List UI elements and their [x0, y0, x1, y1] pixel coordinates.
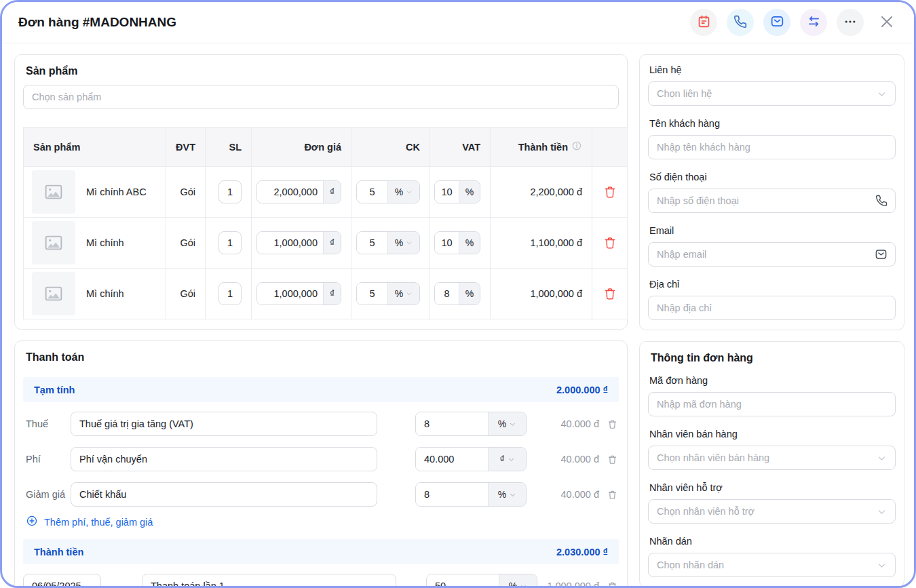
- chevron-down-icon: [508, 456, 515, 463]
- col-unit: ĐVT: [166, 128, 206, 167]
- grand-total-row: Thành tiền 2.030.000 ₫: [23, 539, 619, 564]
- price-unit: ₫: [323, 181, 341, 203]
- discount-name-input[interactable]: [71, 482, 377, 507]
- col-discount: CK: [351, 128, 430, 167]
- qty-input[interactable]: [218, 180, 242, 203]
- installment-date-input[interactable]: [23, 574, 101, 586]
- order-code-label: Mã đơn hàng: [649, 375, 896, 387]
- qty-input[interactable]: [218, 231, 242, 254]
- discount-value-input[interactable]: [416, 483, 488, 506]
- discount-input[interactable]: [357, 283, 387, 305]
- grand-total-value: 2.030.000 ₫: [556, 547, 608, 557]
- col-product: Sản phẩm: [24, 128, 166, 167]
- more-button[interactable]: [837, 9, 864, 36]
- customer-name-label: Tên khách hàng: [649, 118, 896, 130]
- qty-input[interactable]: [218, 282, 242, 305]
- trash-icon: [603, 191, 617, 201]
- email-label: Email: [649, 225, 896, 237]
- tag-select[interactable]: Chọn nhãn dán: [648, 553, 896, 577]
- phone-input[interactable]: [648, 189, 896, 213]
- vat-input[interactable]: [435, 232, 459, 254]
- email-input[interactable]: [648, 242, 896, 267]
- product-search-input[interactable]: [23, 85, 619, 109]
- price-input[interactable]: [257, 181, 323, 203]
- discount-unit-select[interactable]: %: [488, 483, 526, 506]
- close-button[interactable]: [873, 9, 900, 36]
- tax-value-input[interactable]: [416, 412, 488, 435]
- note-icon: [697, 14, 711, 31]
- chevron-down-icon: [520, 583, 527, 587]
- tax-amount: 40.000 đ: [527, 418, 606, 429]
- discount-unit-select[interactable]: %: [387, 181, 419, 203]
- fee-amount: 40.000 đ: [527, 454, 606, 465]
- order-info-card: Thông tin đơn hàng Mã đơn hàng Nhân viên…: [639, 341, 904, 586]
- chevron-down-icon: [877, 453, 887, 463]
- tax-name-input[interactable]: [71, 412, 377, 436]
- order-code-input[interactable]: [648, 392, 896, 416]
- price-unit: ₫: [323, 232, 341, 254]
- delete-row-button[interactable]: [602, 286, 618, 302]
- support-staff-select[interactable]: Chọn nhân viên hỗ trợ: [648, 499, 896, 524]
- discount-input-group: %: [356, 282, 420, 305]
- product-name: Mì chính: [86, 287, 124, 300]
- discount-amount: 40.000 đ: [527, 489, 606, 500]
- trash-icon: [607, 492, 617, 502]
- tax-unit-select[interactable]: %: [488, 412, 526, 435]
- info-icon: [571, 140, 582, 153]
- price-input-group: ₫: [256, 282, 341, 305]
- vat-input[interactable]: [435, 181, 459, 203]
- price-input-group: ₫: [256, 231, 341, 254]
- delete-row-button[interactable]: [602, 184, 618, 200]
- payment-section-title: Thanh toán: [26, 351, 619, 364]
- col-total: Thành tiền: [491, 128, 592, 167]
- convert-button[interactable]: [800, 9, 827, 36]
- call-button[interactable]: [727, 9, 754, 36]
- support-staff-label: Nhân viên hỗ trợ: [649, 482, 896, 494]
- fee-unit-select[interactable]: ₫: [488, 448, 526, 471]
- table-row: Mì chính Gói ₫: [24, 269, 628, 319]
- price-input[interactable]: [257, 232, 323, 254]
- discount-value-group: %: [415, 482, 527, 507]
- product-unit: Gói: [166, 167, 206, 218]
- order-note-button[interactable]: [690, 9, 717, 36]
- email-button[interactable]: [763, 9, 790, 36]
- vat-input[interactable]: [435, 283, 459, 305]
- grand-total-label: Thành tiền: [34, 547, 83, 557]
- add-adjustment-link[interactable]: Thêm phí, thuế, giảm giá: [26, 515, 153, 529]
- delete-tax-button[interactable]: [606, 418, 619, 431]
- phone-icon: [733, 15, 747, 31]
- discount-input[interactable]: [357, 181, 387, 203]
- discount-input[interactable]: [357, 232, 387, 254]
- vat-unit: %: [459, 283, 480, 305]
- subtotal-label: Tạm tính: [34, 385, 75, 395]
- tax-value-group: %: [415, 412, 527, 436]
- mail-icon: [770, 14, 784, 31]
- delete-discount-button[interactable]: [606, 488, 619, 501]
- chevron-down-icon: [406, 189, 413, 195]
- product-image-placeholder: [32, 221, 75, 264]
- address-input[interactable]: [648, 296, 896, 320]
- product-unit: Gói: [166, 269, 206, 319]
- contact-select[interactable]: Chọn liên hệ: [648, 81, 896, 106]
- installment-value-input[interactable]: [427, 574, 499, 586]
- discount-row: Giảm giá % 40.000 đ: [23, 482, 619, 507]
- tag-label: Nhãn dán: [649, 536, 896, 547]
- tax-row: Thuế % 40.000 đ: [23, 412, 619, 436]
- discount-unit-select[interactable]: %: [387, 232, 419, 254]
- dialog-body: Sản phẩm Sản phẩm ĐVT SL Đơn giá CK VAT: [2, 43, 914, 586]
- delete-row-button[interactable]: [602, 235, 618, 251]
- sales-staff-select[interactable]: Chọn nhân viên bán hàng: [648, 446, 896, 470]
- table-row: Mì chính ABC Gói ₫: [24, 167, 628, 218]
- phone-icon: [875, 195, 888, 207]
- fee-name-input[interactable]: [71, 447, 377, 471]
- payment-card: Thanh toán Tạm tính 2.000.000 ₫ Thuế %: [14, 340, 628, 586]
- delete-installment-button[interactable]: [606, 580, 619, 587]
- installment-unit-select[interactable]: %: [499, 574, 537, 586]
- fee-value-input[interactable]: [416, 448, 488, 471]
- price-input[interactable]: [257, 283, 323, 305]
- installment-name-input[interactable]: [142, 574, 396, 586]
- customer-name-input[interactable]: [648, 135, 896, 159]
- product-unit: Gói: [166, 218, 206, 269]
- delete-fee-button[interactable]: [606, 453, 619, 466]
- discount-unit-select[interactable]: %: [387, 283, 419, 305]
